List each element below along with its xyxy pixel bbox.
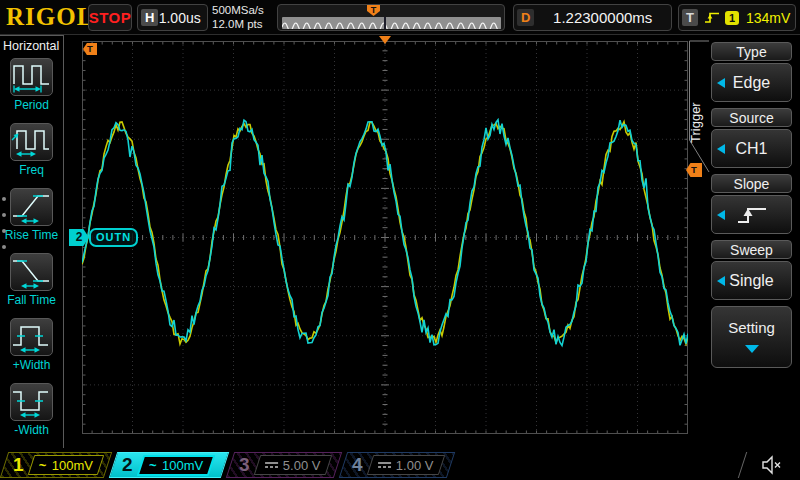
left-arrow-icon [717, 210, 725, 220]
source-value: CH1 [735, 140, 767, 157]
channel1-scale: 100mV [51, 458, 92, 473]
delay-readout-box[interactable]: D 1.22300000ms [513, 4, 672, 31]
delay-value: 1.22300000ms [553, 9, 652, 26]
slope-value-button[interactable] [711, 195, 792, 234]
channel3-scale: 5.00 V [283, 458, 321, 473]
type-header: Type [711, 42, 792, 61]
trigger-sweep-group: Sweep Single [711, 240, 792, 300]
trigger-position-triangle-icon[interactable] [379, 36, 391, 44]
rise-time-icon [10, 188, 53, 226]
menu-item-fall-time[interactable]: Fall Time [0, 253, 63, 307]
memory-depth: 12.0M pts [212, 17, 264, 31]
waveform-preview-bar[interactable]: T [277, 4, 505, 31]
menu-item-label: Rise Time [0, 228, 63, 242]
sample-rate: 500MSa/s [212, 3, 264, 17]
menu-item-rise-time[interactable]: Rise Time [0, 188, 63, 242]
menu-item-period[interactable]: Period [0, 58, 63, 112]
setting-button[interactable]: Setting [711, 306, 792, 368]
trigger-tab-label: Trigger [688, 53, 705, 143]
channel4-status[interactable]: 4 1.00 V [339, 452, 455, 478]
channel2-scale: 100mV [161, 458, 202, 473]
channel4-scale: 1.00 V [396, 458, 434, 473]
oscilloscope-screen: RIGOL STOP H 1.00us 500MSa/s 12.0M pts T… [0, 0, 800, 480]
channel2-status[interactable]: 2 ~ 100mV [109, 452, 229, 478]
type-value: Edge [733, 74, 770, 91]
trigger-label: T [682, 9, 698, 26]
sweep-header: Sweep [711, 240, 792, 259]
waveform-traces [82, 41, 688, 434]
channel3-scale-box: 5.00 V [253, 455, 331, 475]
left-menu-title: Horizontal [0, 36, 63, 53]
rigol-logo: RIGOL [6, 3, 94, 31]
sweep-value-button[interactable]: Single [711, 261, 792, 300]
channel1-status[interactable]: 1 ~ 100mV [0, 452, 112, 478]
window-position-marker [384, 17, 386, 29]
menu-item-label: +Width [0, 358, 63, 372]
source-value-button[interactable]: CH1 [711, 129, 792, 168]
trigger-source-group: Source CH1 [711, 108, 792, 168]
timebase-value: 1.00us [159, 10, 207, 26]
channel2-scale-box: ~ 100mV [136, 455, 215, 476]
fall-time-icon [10, 253, 53, 291]
period-icon [10, 58, 53, 96]
dc-coupling-icon [265, 462, 278, 468]
horizontal-timebase-box[interactable]: H 1.00us [137, 4, 208, 31]
menu-item-label: Fall Time [0, 293, 63, 307]
setting-label: Setting [712, 319, 791, 336]
trigger-type-group: Type Edge [711, 42, 792, 102]
bottom-bar-divider [738, 452, 747, 478]
menu-item-label: -Width [0, 423, 63, 437]
menu-item-freq[interactable]: Freq [0, 123, 63, 177]
minus-width-icon [10, 383, 53, 421]
trigger-source-badge: 1 [725, 11, 739, 25]
acquisition-info: 500MSa/s 12.0M pts [212, 3, 264, 31]
channel3-status[interactable]: 3 5.00 V [226, 452, 342, 478]
down-arrow-icon [745, 345, 759, 353]
channel3-number: 3 [239, 454, 250, 476]
memory-band [282, 17, 501, 29]
channel1-number: 1 [13, 454, 24, 476]
menu-item-label: Freq [0, 163, 63, 177]
sweep-value: Single [729, 272, 773, 289]
trigger-readout-box[interactable]: T 1 134mV [678, 4, 796, 31]
channel-status-bar: 1 ~ 100mV 2 ~ 100mV 3 5.00 V [0, 450, 800, 480]
channel2-signal-label[interactable]: OUTN [89, 228, 138, 247]
left-arrow-icon [717, 276, 725, 286]
freq-icon [10, 123, 53, 161]
run-stop-indicator[interactable]: STOP [88, 4, 132, 31]
run-state-label: STOP [89, 9, 132, 26]
dc-coupling-icon [378, 462, 391, 468]
slope-header: Slope [711, 174, 792, 193]
left-arrow-icon [717, 144, 725, 154]
plus-width-icon [10, 318, 53, 356]
sound-muted-icon[interactable] [760, 454, 784, 476]
menu-item-minus-width[interactable]: -Width [0, 383, 63, 437]
channel4-number: 4 [352, 454, 363, 476]
rising-edge-icon [735, 203, 769, 227]
ac-coupling-icon: ~ [149, 458, 157, 473]
ac-coupling-icon: ~ [39, 458, 47, 473]
horizontal-label: H [141, 9, 158, 26]
rising-slope-icon [704, 10, 720, 25]
menu-item-plus-width[interactable]: +Width [0, 318, 63, 372]
trigger-level-value: 134mV [746, 10, 790, 26]
channel4-scale-box: 1.00 V [366, 455, 444, 475]
type-value-button[interactable]: Edge [711, 63, 792, 102]
trigger-position-flag-icon[interactable]: T [367, 5, 380, 16]
trigger-slope-group: Slope [711, 174, 792, 234]
left-arrow-icon [717, 78, 725, 88]
top-status-bar: RIGOL STOP H 1.00us 500MSa/s 12.0M pts T… [0, 0, 800, 35]
channel1-scale-box: ~ 100mV [27, 455, 103, 475]
preview-waveform [282, 19, 501, 29]
delay-label: D [517, 9, 534, 26]
channel2-number: 2 [122, 454, 133, 476]
waveform-display-area [82, 41, 688, 434]
source-header: Source [711, 108, 792, 127]
menu-item-label: Period [0, 98, 63, 112]
